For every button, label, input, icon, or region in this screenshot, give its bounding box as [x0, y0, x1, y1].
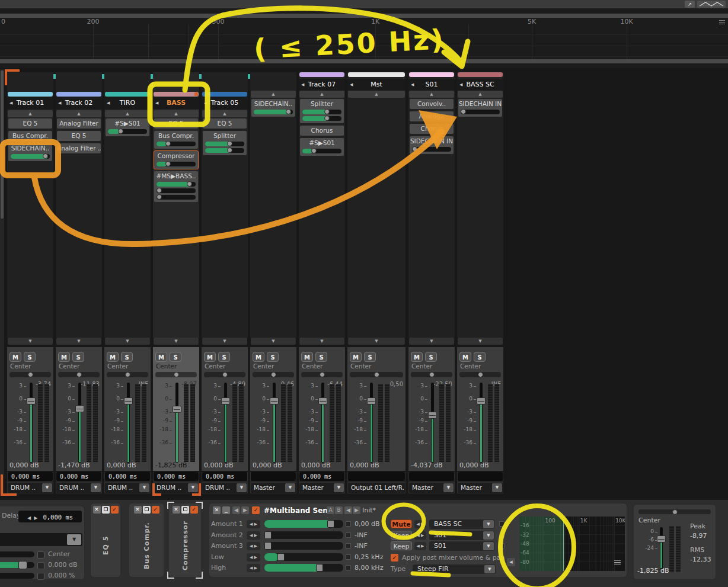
device-chain-collapse-button[interactable]: ▲ — [251, 91, 296, 98]
device-sidechain-in[interactable]: SIDECHAIN IN — [458, 99, 502, 117]
collapse-left-icon[interactable]: ◀ — [155, 97, 158, 109]
volume-fader[interactable] — [175, 383, 178, 463]
slider-handle[interactable] — [311, 148, 317, 153]
solo-button[interactable]: S — [267, 352, 279, 362]
collapse-left-icon[interactable]: ◀ — [411, 79, 414, 91]
volume-fader[interactable] — [30, 383, 33, 463]
device-eq-5[interactable]: EQ 5 — [154, 118, 198, 129]
device-chain-collapse-button[interactable]: ▲ — [202, 110, 247, 117]
solo-button[interactable]: S — [121, 352, 133, 362]
solo-button[interactable]: S — [24, 352, 36, 362]
param-stepper[interactable]: ◀ ▶ — [247, 564, 260, 572]
pan-slider[interactable] — [107, 372, 148, 377]
collapse-left-icon[interactable]: ◀ — [58, 97, 61, 109]
strip-collapse-button[interactable]: ▼ — [409, 338, 454, 345]
band-spectrum-display[interactable]: -16-32-48-64-801001K10K — [519, 517, 625, 571]
device-s-s01[interactable]: #S▶S01 — [106, 118, 149, 136]
preset-b-button[interactable]: B — [335, 506, 343, 514]
device-chain-collapse-button[interactable]: ▲ — [154, 110, 199, 117]
dropdown-arrow-icon[interactable]: ▼ — [483, 542, 494, 550]
slider-handle[interactable] — [461, 109, 466, 114]
slider-handle[interactable] — [157, 188, 162, 193]
volume-fader[interactable] — [127, 383, 130, 463]
pan-slider[interactable] — [638, 509, 711, 514]
send-stepper[interactable]: ◀ ▶ — [414, 531, 426, 540]
send-stepper[interactable]: ◀ ▶ — [414, 520, 426, 528]
pan-slider[interactable] — [350, 372, 403, 377]
track-name-row[interactable]: ◀BASS SC — [457, 79, 503, 91]
fader-handle[interactable] — [27, 397, 36, 405]
solo-button[interactable]: S — [218, 352, 230, 362]
fader-handle[interactable] — [173, 406, 181, 413]
device-compressor[interactable]: Compressor — [154, 151, 198, 169]
strip-collapse-button[interactable]: ▼ — [105, 338, 150, 345]
minimize-icon[interactable]: _ — [222, 506, 230, 514]
modulation-checkbox[interactable] — [346, 554, 351, 560]
send-destination-select[interactable]: BASS SC▼ — [429, 519, 494, 529]
modulation-checkbox[interactable] — [37, 573, 44, 580]
device-sidechain[interactable]: SIDECHAIN.. — [251, 99, 295, 117]
pan-handle[interactable] — [374, 372, 379, 377]
slider-handle[interactable] — [277, 553, 285, 561]
param-stepper[interactable]: ◀ ▶ — [247, 553, 260, 562]
slider-handle[interactable] — [165, 161, 171, 166]
fader-handle[interactable] — [270, 397, 279, 405]
slider-handle[interactable] — [324, 116, 330, 121]
pan-handle[interactable] — [174, 372, 179, 377]
dropdown-arrow-icon[interactable]: ▼ — [443, 483, 454, 492]
modulation-checkbox[interactable] — [499, 543, 505, 548]
device-chain-collapse-button[interactable]: ▲ — [458, 91, 503, 98]
device-slider[interactable] — [254, 110, 293, 114]
filter-type-select[interactable]: Steep FIR ▼ — [413, 564, 496, 574]
stepper-right-icon[interactable]: ▶ — [34, 515, 37, 521]
preset-a-button[interactable]: A — [327, 506, 334, 514]
mute-button[interactable]: M — [411, 352, 423, 362]
device-chain-collapse-button[interactable]: ▲ — [299, 91, 344, 98]
scrollbar-thumb[interactable] — [1, 70, 4, 219]
device-analog-filter[interactable]: Analog Filter — [57, 118, 101, 129]
vertical-scrollbar[interactable] — [0, 69, 4, 493]
mute-button[interactable]: M — [301, 352, 313, 362]
channel-slider[interactable] — [0, 551, 34, 557]
volume-fader[interactable] — [431, 383, 434, 463]
device-eq-5[interactable]: EQ 5 — [57, 131, 101, 141]
fader-handle[interactable] — [477, 397, 486, 405]
device-splitter[interactable]: Splitter — [203, 131, 247, 155]
pan-slider[interactable] — [459, 372, 501, 377]
modulation-checkbox[interactable] — [346, 543, 351, 548]
slider-handle[interactable] — [227, 141, 232, 146]
mute-button[interactable]: M — [9, 352, 21, 362]
slider-handle[interactable] — [324, 109, 330, 114]
collapse-left-icon[interactable]: ◀ — [9, 97, 12, 109]
device-enable-checkbox[interactable]: ✓ — [111, 506, 119, 514]
track-name-row[interactable]: ◀TIRO — [104, 97, 151, 109]
volume-fader[interactable] — [224, 383, 227, 463]
modulation-checkbox[interactable] — [346, 565, 351, 570]
strip-collapse-button[interactable]: ▼ — [299, 338, 344, 345]
device-slider[interactable] — [412, 147, 451, 152]
device-enable-checkbox[interactable]: ✓ — [152, 506, 159, 514]
modulation-checkbox[interactable] — [499, 521, 505, 527]
output-route-select[interactable]: Master▼ — [458, 483, 503, 493]
pan-handle[interactable] — [429, 372, 435, 377]
strip-collapse-button[interactable]: ▼ — [154, 338, 199, 345]
track-delay-field[interactable]: ◀ ▶ 0,000 ms — [18, 511, 82, 522]
volume-fader[interactable] — [273, 383, 276, 463]
slider-handle[interactable] — [286, 109, 291, 114]
device-eq-5[interactable]: EQ 5 — [8, 118, 52, 129]
channel-slider[interactable] — [0, 562, 34, 568]
modulation-checkbox[interactable] — [37, 562, 44, 569]
device-slider[interactable] — [302, 110, 341, 114]
mute-button[interactable]: M — [350, 352, 362, 362]
track-delay-field[interactable]: 0,000 ms — [154, 472, 199, 481]
device-chain-collapse-button[interactable]: ▲ — [56, 110, 101, 117]
device-slider[interactable] — [205, 148, 244, 153]
fader-handle[interactable] — [124, 397, 133, 405]
collapse-left-icon[interactable]: ◀ — [204, 97, 207, 109]
device-slider[interactable] — [157, 162, 196, 166]
mute-button[interactable]: M — [459, 352, 471, 362]
track-name-row[interactable]: ◀Mst — [347, 79, 405, 91]
track-delay-field[interactable]: 0,000 ms — [8, 472, 53, 481]
modulation-checkbox[interactable] — [346, 521, 351, 527]
volume-fader[interactable] — [660, 527, 663, 569]
